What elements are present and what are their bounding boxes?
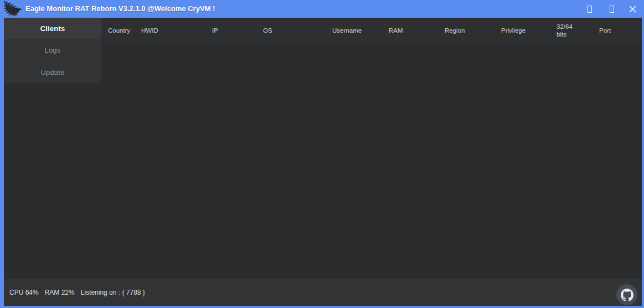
column-header-region[interactable]: Region	[445, 27, 465, 34]
sidebar-item-logs[interactable]: Logs	[4, 39, 101, 61]
ram-usage: RAM 22%	[45, 289, 75, 296]
column-header-country[interactable]: Country	[108, 27, 130, 34]
app-window: Eagle Monitor RAT Reborn V3.2.1.0 @Welco…	[0, 0, 644, 308]
column-header-bits[interactable]: 32/64 bits	[557, 22, 582, 38]
github-icon	[621, 289, 633, 301]
minimize-icon	[588, 6, 592, 13]
client-table-header: Country HWID IP OS Username RAM Region P…	[101, 18, 642, 43]
sidebar: Clients Logs Update	[4, 18, 101, 83]
sidebar-item-update[interactable]: Update	[4, 61, 101, 83]
column-header-ram[interactable]: RAM	[389, 27, 403, 34]
listening-port: Listening on : { 7788 }	[81, 289, 145, 296]
eagle-logo-icon	[2, 1, 23, 17]
titlebar[interactable]: Eagle Monitor RAT Reborn V3.2.1.0 @Welco…	[4, 0, 642, 18]
column-header-ip[interactable]: IP	[212, 27, 218, 34]
column-header-username[interactable]: Username	[332, 27, 362, 34]
cpu-usage: CPU 64%	[9, 289, 39, 296]
close-button[interactable]	[626, 0, 639, 18]
column-header-os[interactable]: OS	[263, 27, 272, 34]
client-list[interactable]	[101, 43, 642, 279]
github-button[interactable]	[616, 284, 637, 305]
close-icon	[629, 6, 636, 13]
column-header-privilege[interactable]: Privilege	[501, 27, 525, 34]
column-header-hwid[interactable]: HWID	[141, 27, 158, 34]
status-bar: CPU 64% RAM 22% Listening on : { 7788 }	[4, 279, 642, 306]
sidebar-item-clients[interactable]: Clients	[4, 18, 101, 39]
minimize-button[interactable]	[583, 0, 596, 18]
column-header-port[interactable]: Port	[599, 27, 611, 34]
window-title: Eagle Monitor RAT Reborn V3.2.1.0 @Welco…	[25, 0, 215, 18]
maximize-icon	[610, 6, 614, 13]
maximize-button[interactable]	[605, 0, 619, 18]
